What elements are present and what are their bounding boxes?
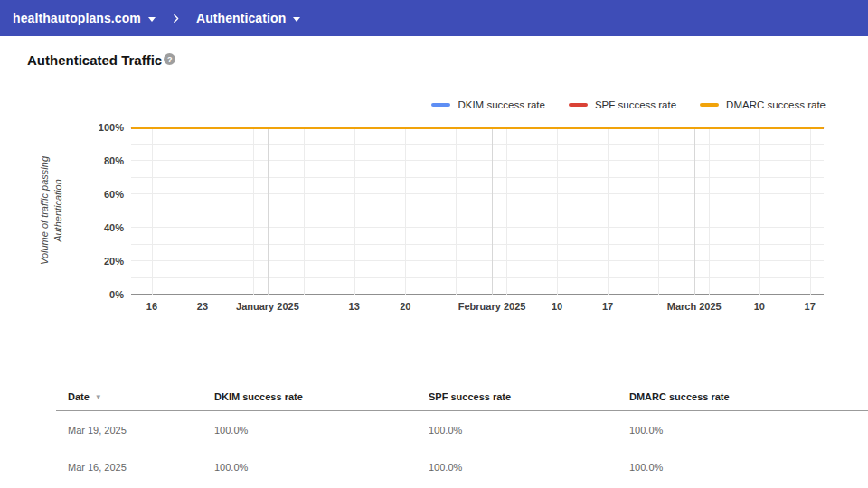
x-tick-label: March 2025 bbox=[667, 301, 722, 312]
cell-spf: 100.0% bbox=[429, 462, 629, 473]
legend-item-dmarc: DMARC success rate bbox=[700, 99, 826, 110]
table-row: Mar 16, 2025 100.0% 100.0% 100.0% bbox=[56, 448, 868, 485]
x-tick-label: 13 bbox=[349, 301, 360, 312]
legend-item-spf: SPF success rate bbox=[569, 99, 676, 110]
x-tick-label: 16 bbox=[146, 301, 157, 312]
page-title: Authenticated Traffic bbox=[27, 52, 162, 68]
chart-y-labels: 0%20%40%60%80%100% bbox=[0, 127, 124, 295]
x-tick-label: 10 bbox=[754, 301, 765, 312]
legend-item-dkim: DKIM success rate bbox=[431, 99, 545, 110]
legend-label: DMARC success rate bbox=[726, 99, 826, 110]
column-header-spf: SPF success rate bbox=[429, 391, 629, 402]
cell-date: Mar 16, 2025 bbox=[68, 462, 214, 473]
dmarc-line-swatch-icon bbox=[700, 103, 719, 107]
column-header-dkim: DKIM success rate bbox=[214, 391, 429, 402]
column-header-dmarc: DMARC success rate bbox=[629, 391, 868, 402]
chart-legend: DKIM success rate SPF success rate DMARC… bbox=[431, 99, 826, 110]
x-tick-label: 23 bbox=[197, 301, 208, 312]
cell-dmarc: 100.0% bbox=[629, 425, 868, 436]
section-selector-label: Authentication bbox=[196, 11, 286, 25]
column-header-date[interactable]: Date ▼ bbox=[68, 391, 214, 402]
cell-dmarc: 100.0% bbox=[629, 462, 868, 473]
cell-date: Mar 19, 2025 bbox=[68, 425, 214, 436]
cell-dkim: 100.0% bbox=[214, 425, 429, 436]
y-tick-label: 60% bbox=[104, 189, 124, 200]
x-tick-label: 10 bbox=[552, 301, 562, 312]
cell-spf: 100.0% bbox=[429, 425, 629, 436]
page-title-row: Authenticated Traffic ? bbox=[27, 52, 175, 68]
x-tick-label: January 2025 bbox=[236, 301, 299, 312]
app-bar: healthautoplans.com Authentication bbox=[0, 0, 868, 36]
legend-label: DKIM success rate bbox=[458, 99, 545, 110]
dkim-line-swatch-icon bbox=[431, 103, 450, 107]
postmaster-page: healthautoplans.com Authentication Authe… bbox=[0, 0, 868, 488]
y-tick-label: 100% bbox=[99, 122, 124, 133]
chart-plot bbox=[131, 127, 824, 295]
auth-rates-table: Date ▼ DKIM success rate SPF success rat… bbox=[56, 383, 868, 485]
y-tick-label: 80% bbox=[104, 155, 124, 166]
y-tick-label: 40% bbox=[104, 222, 124, 233]
breadcrumb-chevron-right-icon bbox=[170, 13, 182, 24]
chevron-down-icon bbox=[293, 17, 300, 22]
x-tick-label: 17 bbox=[602, 301, 613, 312]
x-tick-label: 17 bbox=[805, 301, 816, 312]
legend-label: SPF success rate bbox=[595, 99, 676, 110]
spf-line-swatch-icon bbox=[569, 103, 588, 107]
help-icon[interactable]: ? bbox=[164, 53, 175, 65]
domain-selector-label: healthautoplans.com bbox=[13, 11, 141, 25]
cell-dkim: 100.0% bbox=[214, 462, 429, 473]
chart-x-labels: 1623January 20251320February 20251017Mar… bbox=[131, 301, 824, 315]
x-tick-label: February 2025 bbox=[458, 301, 526, 312]
series-line-2 bbox=[131, 127, 824, 129]
sort-desc-icon: ▼ bbox=[95, 393, 102, 401]
table-row: Mar 19, 2025 100.0% 100.0% 100.0% bbox=[56, 411, 868, 448]
x-tick-label: 20 bbox=[400, 301, 410, 312]
table-header-row: Date ▼ DKIM success rate SPF success rat… bbox=[56, 383, 868, 411]
section-selector-dropdown[interactable]: Authentication bbox=[196, 11, 300, 25]
chevron-down-icon bbox=[148, 17, 156, 22]
domain-selector-dropdown[interactable]: healthautoplans.com bbox=[13, 11, 156, 25]
y-tick-label: 20% bbox=[104, 256, 124, 267]
y-tick-label: 0% bbox=[109, 289, 124, 300]
